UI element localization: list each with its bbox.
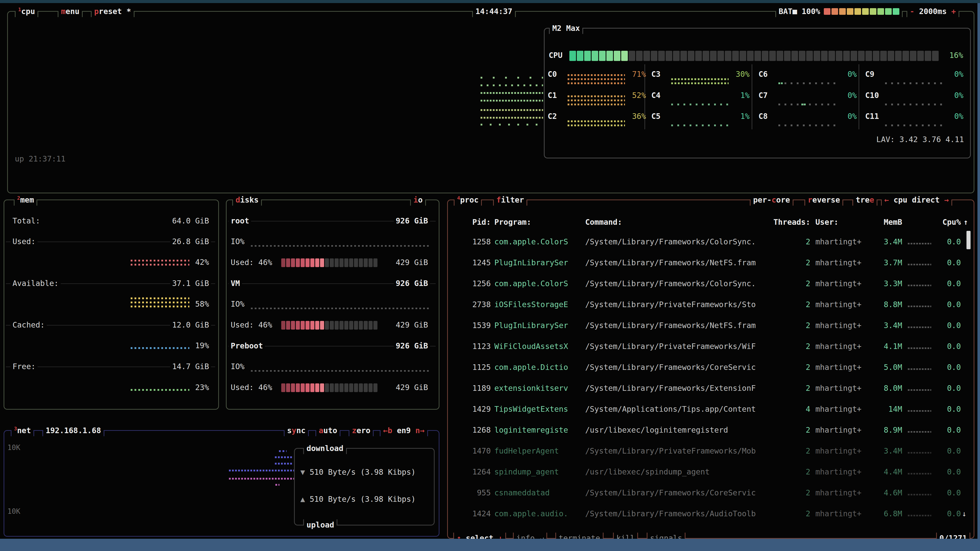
graph-dots	[908, 410, 931, 412]
process-program: spindump_agent	[494, 467, 559, 477]
meter-block-empty	[354, 383, 358, 392]
mem-row-label: Cached:	[11, 320, 47, 330]
battery-icon: ■	[792, 7, 797, 16]
disk-io-label: IO%	[229, 299, 247, 309]
disk-name: root	[229, 216, 251, 226]
disk-io-label: IO%	[229, 237, 247, 247]
process-user: mhartingt+	[815, 383, 862, 393]
graph-dots	[908, 452, 931, 454]
process-threads: 4	[780, 404, 810, 414]
info-button[interactable]: info ↵	[514, 533, 546, 539]
core-name: C4	[651, 90, 660, 100]
graph-dots	[251, 245, 430, 247]
battery-label: BAT■ 100%	[779, 6, 820, 17]
meter-block-empty	[843, 51, 850, 61]
core-row: C41%	[651, 90, 749, 108]
process-cpu: 0.0	[933, 341, 961, 351]
core-percent: 71%	[623, 69, 646, 79]
battery-block	[854, 8, 861, 15]
process-mem: 8.9M	[870, 425, 902, 435]
graph-dots	[251, 370, 430, 372]
kill-button[interactable]: kill	[614, 533, 637, 539]
core-name: C1	[548, 90, 557, 100]
core-percent: 0%	[834, 69, 857, 79]
graph-dots	[908, 327, 931, 328]
meter-block-filled	[310, 321, 314, 330]
signals-button[interactable]: signals	[648, 533, 685, 539]
disk-io-label: IO%	[229, 362, 247, 372]
disk-used-meter	[281, 383, 377, 392]
meter-block-empty	[330, 259, 334, 267]
process-row[interactable]: 1424com.apple.audio./System/Library/Fram…	[448, 509, 972, 521]
process-row[interactable]: 2738iOSFilesStorageE/System/Library/Priv…	[448, 300, 972, 312]
process-command: /System/Library/PrivateFrameworks/Mob	[585, 446, 756, 456]
disk-size: 926 GiB	[394, 341, 430, 351]
meter-block-filled	[315, 259, 319, 267]
graph-dots	[480, 124, 543, 125]
process-row[interactable]: 1264spindump_agent/usr/libexec/spindump_…	[448, 467, 972, 479]
process-row[interactable]: 1125com.apple.Dictio/System/Library/Fram…	[448, 362, 972, 375]
meter-block-empty	[349, 259, 353, 267]
meter-block-empty	[762, 51, 768, 61]
core-percent: 0%	[940, 111, 963, 121]
process-pid: 1539	[458, 321, 491, 330]
graph-dots	[568, 121, 625, 122]
core-name: C2	[548, 111, 557, 121]
core-grid: C071%C152%C236%C330%C41%C51%C60%C70%C80%…	[548, 64, 967, 130]
select-button[interactable]: ↑ select ↓	[454, 533, 505, 539]
process-row[interactable]: 1268loginitemregiste/usr/libexec/loginit…	[448, 425, 972, 437]
terminate-button[interactable]: terminate	[556, 533, 603, 539]
process-pid: 2738	[458, 300, 491, 310]
process-row[interactable]: 1258com.apple.ColorS/System/Library/Fram…	[448, 237, 972, 249]
graph-dots	[568, 78, 625, 80]
cpu-total-label: CPU	[549, 50, 563, 60]
meter-block-filled	[621, 51, 628, 61]
graph-dots	[778, 103, 836, 105]
scrollbar[interactable]	[966, 231, 970, 249]
meter-block-empty	[806, 51, 813, 61]
disk-used-value: 429 GiB	[394, 257, 430, 268]
process-row[interactable]: 1123WiFiCloudAssetsX/System/Library/Priv…	[448, 341, 972, 354]
interval-decrease-button[interactable]: -	[910, 7, 915, 16]
process-row[interactable]: 955csnameddatad/System/Library/Framework…	[448, 488, 972, 500]
process-cpu: 0.0	[933, 279, 961, 289]
process-threads: 2	[780, 237, 810, 247]
net-box: 3net 192.168.1.68 sync auto zero ←b en9 …	[3, 430, 439, 537]
process-row[interactable]: 1256com.apple.ColorS/System/Library/Fram…	[448, 279, 972, 291]
process-counter: 0/1271	[937, 533, 969, 539]
process-row[interactable]: 1539PlugInLibrarySer/System/Library/Fram…	[448, 321, 972, 333]
graph-dots	[671, 103, 729, 105]
meter-block-empty	[814, 51, 820, 61]
update-interval: - 2000ms +	[907, 6, 959, 17]
meter-block-filled	[310, 383, 314, 392]
process-row[interactable]: 1429TipsWidgetExtens/System/Applications…	[448, 404, 972, 416]
meter-block-filled	[305, 321, 310, 330]
scroll-more-icon: ↓	[962, 509, 966, 519]
process-command: /System/Library/Frameworks/CoreServic	[585, 362, 756, 372]
disk-name: Preboot	[229, 341, 265, 351]
process-mem: 5.0M	[870, 362, 902, 372]
process-threads: 2	[780, 321, 810, 330]
preset-button[interactable]: preset *	[92, 6, 134, 17]
meter-block-empty	[339, 259, 344, 267]
process-mem: 3.7M	[870, 258, 902, 268]
process-cpu: 0.0	[933, 383, 961, 393]
core-name: C6	[759, 69, 768, 79]
process-command: /System/Library/Frameworks/NetFS.fram	[585, 321, 756, 330]
disk-used-label: Used: 46%	[229, 383, 274, 392]
meter-block-empty	[688, 51, 694, 61]
menu-button[interactable]: menu	[59, 6, 82, 17]
process-threads: 2	[780, 341, 810, 351]
process-row[interactable]: 1189extensionkitserv/System/Library/Fram…	[448, 383, 972, 395]
process-pid: 1429	[458, 404, 491, 414]
process-row[interactable]: 1245PlugInLibrarySer/System/Library/Fram…	[448, 258, 972, 270]
core-row: C90%	[865, 69, 963, 87]
interval-increase-button[interactable]: +	[951, 7, 956, 16]
process-row[interactable]: 1470fudHelperAgent/System/Library/Privat…	[448, 446, 972, 458]
cpu-total-meter	[570, 51, 939, 61]
process-pid: 1123	[458, 341, 491, 351]
graph-dots	[130, 389, 189, 391]
process-command: /usr/libexec/spindump_agent	[585, 467, 710, 477]
graph-dots	[279, 450, 286, 452]
meter-block-filled	[320, 259, 324, 267]
